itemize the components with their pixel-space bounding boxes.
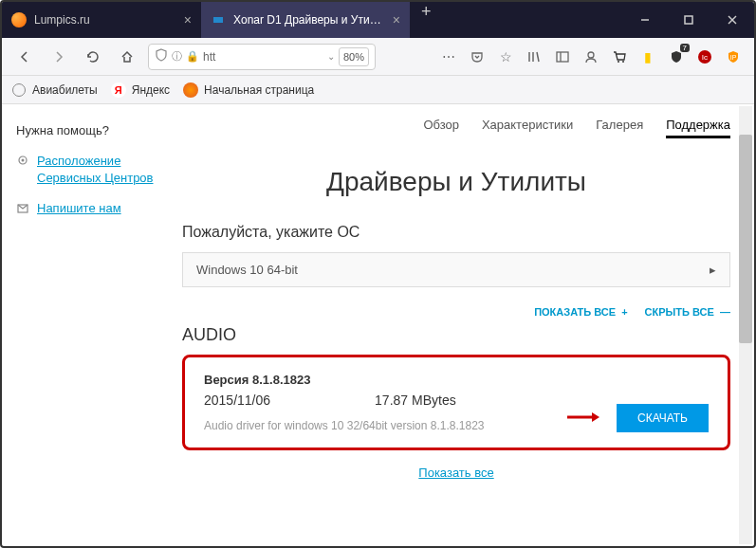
new-tab-button[interactable]: + bbox=[410, 2, 443, 38]
asus-favicon-icon bbox=[211, 12, 226, 27]
bookmark-label: Начальная страница bbox=[204, 83, 314, 97]
page-content: Нужна помощь? Расположение Сервисных Цен… bbox=[2, 104, 754, 546]
sidebar-link-label: Напишите нам bbox=[37, 200, 121, 217]
star-icon[interactable]: ☆ bbox=[494, 46, 517, 68]
forward-button[interactable] bbox=[46, 44, 72, 70]
os-label: Пожалуйста, укажите ОС bbox=[182, 224, 730, 241]
lock-icon: 🔒 bbox=[186, 50, 199, 63]
driver-description: Audio driver for windows 10 32/64bit ver… bbox=[204, 419, 565, 432]
library-icon[interactable] bbox=[523, 46, 545, 68]
show-all-button[interactable]: ПОКАЗАТЬ ВСЕ + bbox=[534, 306, 627, 318]
hide-all-button[interactable]: СКРЫТЬ ВСЕ — bbox=[645, 306, 730, 318]
svg-point-11 bbox=[618, 61, 619, 63]
bookmark-yandex[interactable]: Я Яндекс bbox=[111, 82, 170, 98]
svg-rect-0 bbox=[213, 17, 223, 23]
window-titlebar: Lumpics.ru × Xonar D1 Драйверы и Утилиты… bbox=[2, 2, 754, 38]
firefox-icon bbox=[183, 82, 198, 98]
driver-meta: 2015/11/06 17.87 MBytes bbox=[204, 393, 565, 408]
svg-rect-2 bbox=[685, 16, 692, 24]
scrollbar-thumb[interactable] bbox=[739, 135, 752, 343]
caret-down-icon: ▸ bbox=[710, 263, 716, 277]
tab-title: Lumpics.ru bbox=[34, 13, 176, 27]
download-button[interactable]: СКАЧАТЬ bbox=[617, 404, 709, 432]
extension-shield-icon[interactable]: 7 bbox=[665, 46, 688, 68]
svg-point-17 bbox=[22, 159, 25, 162]
svg-line-7 bbox=[537, 52, 539, 62]
show-all-footer: Показать все bbox=[182, 464, 730, 481]
sidebar-link-label: Расположение Сервисных Центров bbox=[37, 153, 158, 187]
minimize-button[interactable] bbox=[623, 2, 667, 38]
product-nav: Обзор Характеристики Галерея Поддержка bbox=[182, 104, 730, 152]
info-icon[interactable]: ⓘ bbox=[172, 49, 182, 64]
pocket-icon[interactable] bbox=[466, 46, 489, 68]
bookmark-flag-icon[interactable]: ▮ bbox=[636, 46, 659, 68]
back-button[interactable] bbox=[11, 44, 38, 70]
svg-text:IP: IP bbox=[730, 54, 737, 61]
more-icon[interactable]: ⋯ bbox=[437, 46, 460, 68]
zoom-indicator[interactable]: 80% bbox=[339, 47, 369, 66]
dropdown-icon[interactable]: ⌄ bbox=[327, 51, 335, 62]
bookmark-startpage[interactable]: Начальная страница bbox=[183, 82, 314, 98]
show-all-link[interactable]: Показать все bbox=[418, 466, 493, 480]
url-input[interactable] bbox=[203, 50, 323, 64]
bookmark-label: Авиабилеты bbox=[32, 83, 98, 97]
globe-icon bbox=[11, 82, 27, 98]
svg-rect-8 bbox=[557, 52, 568, 62]
account-icon[interactable] bbox=[580, 46, 602, 68]
location-icon bbox=[16, 155, 29, 173]
help-sidebar: Нужна помощь? Расположение Сервисных Цен… bbox=[2, 104, 173, 546]
yandex-icon: Я bbox=[111, 82, 126, 98]
nav-gallery[interactable]: Галерея bbox=[596, 118, 643, 138]
section-controls: ПОКАЗАТЬ ВСЕ + СКРЫТЬ ВСЕ — bbox=[182, 306, 730, 318]
driver-info: Версия 8.1.8.1823 2015/11/06 17.87 MByte… bbox=[204, 373, 565, 432]
driver-version: Версия 8.1.8.1823 bbox=[204, 373, 565, 387]
maximize-button[interactable] bbox=[667, 2, 710, 38]
close-window-button[interactable] bbox=[710, 2, 754, 38]
arrow-annotation-icon bbox=[565, 406, 603, 430]
tab-strip: Lumpics.ru × Xonar D1 Драйверы и Утилиты… bbox=[2, 2, 623, 38]
section-title-audio: AUDIO bbox=[182, 325, 730, 345]
sidebar-title: Нужна помощь? bbox=[16, 123, 158, 137]
page-title: Драйверы и Утилиты bbox=[182, 167, 730, 197]
svg-text:lc: lc bbox=[702, 53, 708, 62]
nav-overview[interactable]: Обзор bbox=[423, 118, 459, 138]
sidebar-link-service-centers[interactable]: Расположение Сервисных Центров bbox=[16, 153, 158, 187]
browser-toolbar: ⓘ 🔒 ⌄ 80% ⋯ ☆ ▮ 7 lc IP bbox=[2, 38, 754, 76]
main-content: Обзор Характеристики Галерея Поддержка Д… bbox=[173, 104, 754, 546]
extension-ip-icon[interactable]: IP bbox=[722, 46, 745, 68]
bookmarks-bar: Авиабилеты Я Яндекс Начальная страница bbox=[2, 76, 754, 104]
home-button[interactable] bbox=[114, 44, 140, 70]
os-selected-value: Windows 10 64-bit bbox=[196, 263, 298, 277]
tab-lumpics[interactable]: Lumpics.ru × bbox=[2, 2, 201, 38]
shield-icon[interactable] bbox=[155, 48, 168, 64]
reload-button[interactable] bbox=[80, 44, 106, 70]
address-bar[interactable]: ⓘ 🔒 ⌄ 80% bbox=[148, 44, 376, 70]
window-controls bbox=[623, 2, 754, 38]
sidebar-link-contact[interactable]: Напишите нам bbox=[16, 200, 158, 220]
close-icon[interactable]: × bbox=[393, 12, 400, 27]
svg-point-12 bbox=[622, 61, 624, 63]
tab-xonar[interactable]: Xonar D1 Драйверы и Утилиты × bbox=[201, 2, 410, 38]
driver-card: Версия 8.1.8.1823 2015/11/06 17.87 MByte… bbox=[182, 355, 730, 450]
os-selector[interactable]: Windows 10 64-bit ▸ bbox=[182, 252, 730, 287]
cart-icon[interactable] bbox=[608, 46, 631, 68]
sidebar-icon[interactable] bbox=[551, 46, 574, 68]
bookmark-aviabilety[interactable]: Авиабилеты bbox=[11, 82, 98, 98]
extension-lc-icon[interactable]: lc bbox=[693, 46, 716, 68]
bookmark-label: Яндекс bbox=[132, 83, 170, 97]
nav-support[interactable]: Поддержка bbox=[666, 118, 730, 138]
close-icon[interactable]: × bbox=[184, 12, 192, 27]
nav-specs[interactable]: Характеристики bbox=[482, 118, 573, 138]
svg-point-10 bbox=[588, 52, 594, 58]
tab-title: Xonar D1 Драйверы и Утилиты bbox=[233, 13, 385, 27]
driver-date: 2015/11/06 bbox=[204, 393, 270, 408]
mail-icon bbox=[16, 202, 29, 220]
driver-size: 17.87 MBytes bbox=[375, 393, 456, 408]
lumpics-favicon-icon bbox=[11, 12, 27, 27]
vertical-scrollbar[interactable] bbox=[739, 106, 752, 544]
